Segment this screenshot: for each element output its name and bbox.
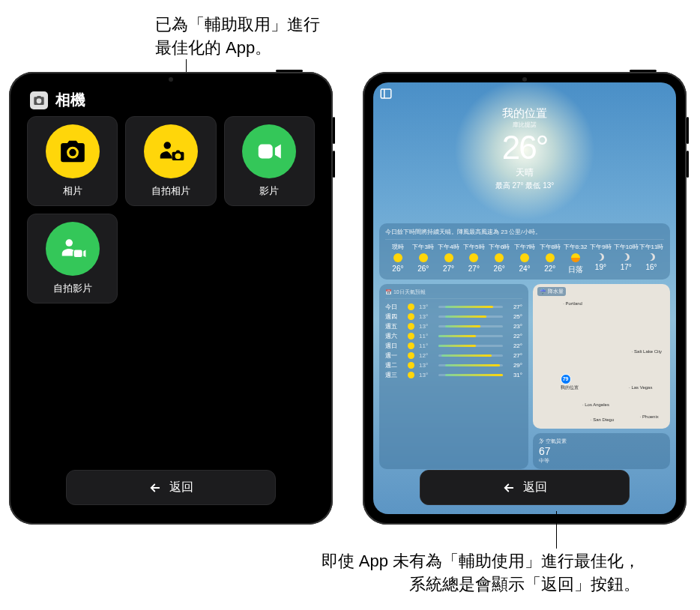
camera-grid: 相片 自拍相片 影片 [19, 116, 322, 304]
day-row: 週日11°22° [385, 341, 522, 351]
map-city: · Phoenix [640, 414, 659, 419]
person-camera-icon [144, 124, 198, 178]
aqi-header: 🌫 空氣質素 [539, 438, 664, 445]
location-sub: 庫比提諾 [373, 121, 676, 129]
ipad-volume-up [333, 117, 335, 144]
hourly-item: 下午3時26° [411, 243, 436, 275]
map-city: · Salt Lake City [632, 349, 662, 354]
hourly-item: 下午6時26° [486, 243, 512, 275]
hourly-item: 下午4時27° [436, 243, 462, 275]
svg-point-2 [65, 239, 73, 247]
person-video-icon [46, 222, 100, 276]
svg-rect-3 [73, 250, 82, 258]
ipad-weather: 我的位置 庫比提諾 26° 天晴 最高 27° 最低 13° 今日餘下時間將持續… [363, 72, 687, 525]
map-city: · San Diego [591, 417, 614, 422]
tile-label: 相片 [63, 184, 82, 198]
camera-icon [46, 124, 100, 178]
back-label: 返回 [523, 480, 547, 495]
svg-rect-1 [259, 145, 273, 159]
hourly-item: 下午11時16° [639, 243, 664, 275]
map-city: · Portland [563, 301, 582, 306]
aqi-level: 中等 [539, 457, 664, 465]
camera-tile-video[interactable]: 影片 [224, 116, 315, 206]
high-low: 最高 27° 最低 13° [373, 181, 676, 191]
hourly-item: 下午5時27° [461, 243, 486, 275]
current-temp: 26° [373, 129, 676, 166]
back-button[interactable]: 返回 [66, 470, 276, 505]
aqi-value: 67 [539, 445, 664, 457]
map-city: · Los Angeles [582, 402, 609, 407]
day-row: 週五13°23° [385, 321, 522, 331]
hourly-item: 下午10時17° [613, 243, 639, 275]
video-icon [242, 124, 296, 178]
arrow-left-icon [148, 481, 162, 495]
camera-tile-selfie-video[interactable]: 自拍影片 [27, 214, 118, 304]
svg-point-0 [163, 142, 171, 149]
map-city: · Las Vegas [629, 385, 652, 390]
ipad-volume-down [333, 151, 335, 178]
ipad-power-button [630, 70, 657, 72]
ipad-power-button [276, 70, 303, 72]
weather-content: 今日餘下時間將持續天晴。陣風最高風速為 23 公里/小時。 現時26°下午3時2… [379, 223, 670, 469]
ipad-volume-down [687, 151, 689, 178]
day-row: 今日13°27° [385, 302, 522, 312]
weather-header: 我的位置 庫比提諾 26° 天晴 最高 27° 最低 13° [373, 82, 676, 191]
day-row: 週四13°25° [385, 312, 522, 321]
hourly-item: 現時26° [385, 243, 411, 275]
precipitation-map[interactable]: ☔ 降水量 · Portland· Salt Lake City· Las Ve… [533, 284, 670, 429]
callout-line [556, 511, 557, 549]
location-name: 我的位置 [373, 106, 676, 121]
hourly-forecast-card[interactable]: 今日餘下時間將持續天晴。陣風最高風速為 23 公里/小時。 現時26°下午3時2… [379, 223, 670, 280]
ipads-container: 相機 相片 自拍相片 [9, 72, 687, 525]
weather-app-screen: 我的位置 庫比提諾 26° 天晴 最高 27° 最低 13° 今日餘下時間將持續… [373, 82, 676, 514]
tile-label: 影片 [259, 184, 279, 198]
hourly-item: 下午8:32日落 [563, 243, 588, 275]
daily-forecast-card[interactable]: 📅 10日天氣預報 今日13°27°週四13°25°週五13°23°週六11°2… [379, 284, 528, 469]
hourly-row: 現時26°下午3時26°下午4時27°下午5時27°下午6時26°下午7時24°… [385, 240, 664, 275]
back-button[interactable]: 返回 [420, 470, 630, 505]
callout-top: 已為「輔助取用」進行 最佳化的 App。 [155, 13, 320, 60]
ipad-volume-up [687, 117, 689, 144]
hourly-item: 下午7時24° [512, 243, 537, 275]
map-my-location: 79 我的位置 [561, 374, 579, 391]
day-row: 週三13°31° [385, 370, 522, 380]
camera-app-screen: 相機 相片 自拍相片 [19, 82, 322, 514]
condition: 天晴 [373, 166, 676, 179]
day-row: 週一12°27° [385, 351, 522, 360]
day-row: 週六11°22° [385, 331, 522, 341]
aqi-card[interactable]: 🌫 空氣質素 67 中等 [533, 433, 670, 469]
camera-header: 相機 [19, 82, 322, 116]
forecast-text: 今日餘下時間將持續天晴。陣風最高風速為 23 公里/小時。 [385, 228, 664, 240]
side-panel: ☔ 降水量 · Portland· Salt Lake City· Las Ve… [533, 284, 670, 469]
camera-tile-photo[interactable]: 相片 [27, 116, 118, 206]
weather-lower-row: 📅 10日天氣預報 今日13°27°週四13°25°週五13°23°週六11°2… [379, 284, 670, 469]
hourly-item: 下午8時22° [537, 243, 563, 275]
ipad-camera: 相機 相片 自拍相片 [9, 72, 333, 525]
arrow-left-icon [502, 481, 516, 495]
day-row: 週二13°29° [385, 360, 522, 370]
camera-app-icon [30, 91, 48, 109]
camera-tile-selfie-photo[interactable]: 自拍相片 [125, 116, 216, 206]
camera-title: 相機 [55, 90, 85, 110]
callout-bottom: 即使 App 未有為「輔助使用」進行最佳化， 系統總是會顯示「返回」按鈕。 [322, 550, 640, 597]
tile-label: 自拍相片 [151, 184, 190, 198]
daily-header: 📅 10日天氣預報 [385, 289, 522, 299]
tile-label: 自拍影片 [53, 282, 92, 295]
precip-header: ☔ 降水量 [537, 287, 566, 296]
hourly-item: 下午9時19° [588, 243, 614, 275]
back-label: 返回 [169, 480, 193, 495]
